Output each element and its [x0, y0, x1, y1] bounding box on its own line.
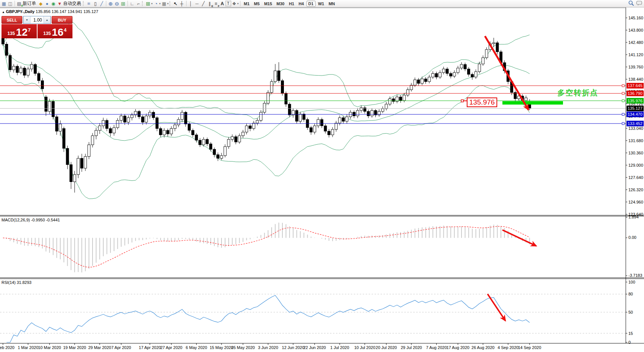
svg-text:15 May 2020: 15 May 2020	[210, 345, 233, 350]
chart-canvas[interactable]: 145.160143.800142.480141.120139.760138.4…	[0, 7, 644, 352]
svg-text:17 Aug 2020: 17 Aug 2020	[446, 345, 469, 350]
new-chart-icon[interactable]: ▦	[1, 0, 7, 7]
timeframe-H4[interactable]: H4	[297, 1, 306, 7]
svg-text:0.00: 0.00	[628, 235, 636, 240]
toolbar: ▦ ◫ ▤+ 新订单 ◆ ● ◉ ▼ 自动交易 ≡ ▯ ╱ ⊕ ⊖ ⊞ ∟ ⌐ …	[0, 0, 644, 7]
svg-text:20 Jul 2020: 20 Jul 2020	[376, 345, 397, 350]
dropdown-caret-icon[interactable]: ▾	[237, 2, 239, 5]
svg-text:7 Aug 2020: 7 Aug 2020	[426, 345, 447, 350]
add-indicator-icon[interactable]: ⊞	[145, 0, 151, 7]
svg-text:0: 0	[628, 340, 631, 345]
text-icon[interactable]: A	[219, 0, 226, 7]
svg-text:27 Apr 2020: 27 Apr 2020	[160, 345, 182, 350]
arrows-icon[interactable]: ❖	[231, 0, 237, 7]
svg-text:14 Sep 2020: 14 Sep 2020	[518, 345, 541, 350]
svg-text:100: 100	[628, 280, 635, 284]
svg-text:124.960: 124.960	[628, 200, 643, 204]
annotation-text[interactable]: 多空转折点	[557, 88, 598, 98]
group-handle	[169, 1, 171, 6]
price-callout[interactable]: 135.976	[467, 97, 497, 107]
zoom-out-icon[interactable]: ⊖	[114, 0, 120, 7]
timeframe-MN[interactable]: MN	[327, 1, 337, 7]
svg-text:29 Jul 2020: 29 Jul 2020	[401, 345, 422, 350]
svg-text:10 Mar 2020: 10 Mar 2020	[38, 345, 61, 350]
deposit-icon[interactable]: ◆	[38, 0, 44, 7]
group-handle	[83, 1, 85, 6]
timeframe-H1[interactable]: H1	[287, 1, 296, 7]
chart-shift-icon[interactable]: ⌐	[135, 0, 142, 7]
signals-icon[interactable]: ◉	[50, 0, 56, 7]
svg-text:137.645: 137.645	[628, 83, 643, 88]
svg-text:135.976: 135.976	[628, 99, 643, 103]
text-label-icon[interactable]: T	[226, 1, 231, 6]
timeframe-M30[interactable]: M30	[275, 1, 286, 7]
bar-chart-icon[interactable]: ≡	[86, 0, 92, 7]
fibonacci-icon[interactable]: ≡F	[213, 0, 219, 7]
chart-title: ▲GBPJPY-,Daily 135.856 136.147 134.941 1…	[2, 9, 98, 14]
svg-text:135.127: 135.127	[628, 106, 643, 111]
svg-text:131.680: 131.680	[628, 138, 643, 143]
svg-text:126.320: 126.320	[628, 188, 643, 192]
new-order-label[interactable]: 新订单	[23, 0, 36, 7]
periods-icon[interactable]: ◔	[153, 0, 159, 7]
volume-input[interactable]: 1.00	[30, 16, 43, 23]
svg-text:-3.7183: -3.7183	[628, 273, 642, 278]
sell-button[interactable]: SELL	[1, 16, 22, 24]
toolbar-separator	[240, 1, 240, 6]
timeframe-M5[interactable]: M5	[252, 1, 261, 7]
tile-windows-icon[interactable]: ⊞	[120, 0, 126, 7]
mt4-window: ▦ ◫ ▤+ 新订单 ◆ ● ◉ ▼ 自动交易 ≡ ▯ ╱ ⊕ ⊖ ⊞ ∟ ⌐ …	[0, 0, 644, 352]
candlestick-chart-icon[interactable]: ▯	[92, 0, 98, 7]
svg-text:12 Jun 2020: 12 Jun 2020	[282, 345, 305, 350]
horizontal-line-icon[interactable]: ─	[194, 0, 200, 7]
svg-text:6 May 2020: 6 May 2020	[186, 345, 207, 350]
profiles-icon[interactable]: ◫	[7, 0, 13, 7]
search-icon[interactable]	[628, 0, 634, 6]
svg-text:10 Jul 2020: 10 Jul 2020	[354, 345, 375, 350]
svg-text:133.040: 133.040	[628, 126, 643, 131]
svg-text:1 Mar 2020: 1 Mar 2020	[18, 345, 39, 350]
chat-icon[interactable]	[636, 1, 643, 6]
bid-price-pane[interactable]: 135127	[1, 24, 37, 38]
svg-text:127.640: 127.640	[628, 175, 643, 180]
volume-up-button[interactable]: ▲	[43, 16, 51, 23]
auto-trading-label[interactable]: 自动交易	[63, 0, 81, 7]
zoom-in-icon[interactable]: ⊕	[107, 0, 114, 7]
new-order-icon[interactable]: ▤+	[16, 0, 22, 7]
channel-icon[interactable]: ∥E	[207, 0, 213, 7]
templates-icon[interactable]: ▦	[161, 0, 167, 7]
volume-stepper: ▼ 1.00 ▲	[23, 16, 51, 24]
trendline-icon[interactable]: ╱	[200, 0, 207, 7]
svg-text:17 Apr 2020: 17 Apr 2020	[139, 345, 161, 350]
dropdown-caret-icon[interactable]: ▾	[167, 2, 169, 5]
timeframe-M1[interactable]: M1	[242, 1, 251, 7]
community-icon[interactable]: ●	[44, 0, 50, 7]
ask-small: 135	[43, 31, 51, 37]
auto-trading-icon[interactable]: ▼	[56, 0, 63, 7]
timeframe-M15[interactable]: M15	[262, 1, 274, 7]
buy-button[interactable]: BUY	[52, 16, 72, 24]
volume-down-button[interactable]: ▼	[23, 16, 30, 23]
svg-text:134.470: 134.470	[628, 112, 643, 116]
vertical-line-icon[interactable]: │	[188, 0, 194, 7]
toolbar-separator	[14, 1, 15, 6]
ask-big: 16	[52, 28, 64, 37]
macd-label: MACD(12,26,9) -0.9950 -0.5441	[1, 218, 60, 222]
cursor-icon[interactable]: ↖	[172, 0, 179, 7]
dropdown-caret-icon[interactable]: ▾	[151, 2, 153, 5]
one-click-trading-widget: SELL ▼ 1.00 ▲ BUY 135127 135164	[1, 16, 72, 38]
svg-text:145.160: 145.160	[628, 16, 643, 20]
toolbar-separator	[106, 1, 106, 6]
crosshair-icon[interactable]: ┼	[179, 0, 185, 7]
svg-text:25 May 2020: 25 May 2020	[231, 345, 255, 350]
auto-scroll-icon[interactable]: ∟	[129, 0, 135, 7]
symbol-marker-icon: ▲	[2, 10, 5, 14]
line-chart-icon[interactable]: ╱	[98, 0, 105, 7]
svg-text:139.760: 139.760	[628, 65, 643, 69]
symbol-period: GBPJPY-,Daily	[6, 9, 35, 14]
timeframe-group: M1M5M15M30H1H4D1W1MN	[242, 1, 337, 7]
dropdown-caret-icon[interactable]: ▾	[159, 2, 161, 5]
timeframe-W1[interactable]: W1	[316, 1, 326, 7]
timeframe-D1[interactable]: D1	[307, 1, 315, 7]
ask-price-pane[interactable]: 135164	[38, 24, 73, 38]
